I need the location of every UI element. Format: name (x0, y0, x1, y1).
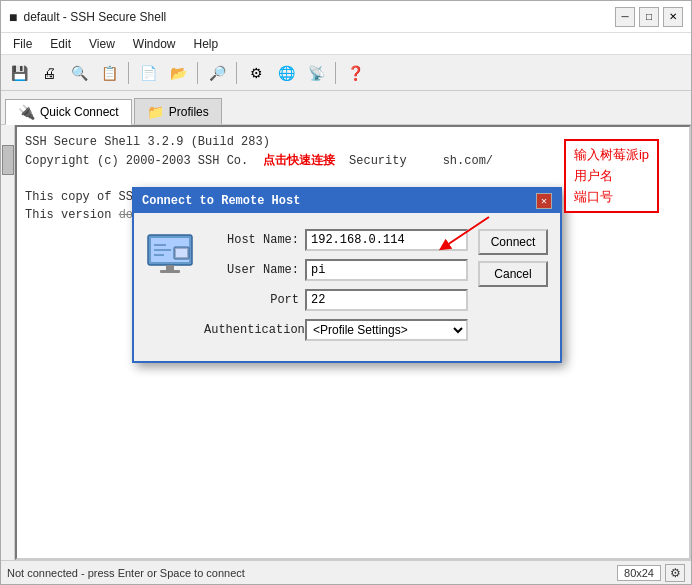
app-icon: ■ (9, 9, 17, 25)
toolbar-sep-2 (197, 62, 198, 84)
connect-dialog: Connect to Remote Host ✕ (132, 187, 562, 363)
tab-quick-connect[interactable]: 🔌 Quick Connect (5, 99, 132, 125)
toolbar-sep-3 (236, 62, 237, 84)
tabs-bar: 🔌 Quick Connect 📁 Profiles (1, 91, 691, 125)
title-bar: ■ default - SSH Secure Shell ─ □ ✕ (1, 1, 691, 33)
input-port[interactable] (305, 289, 468, 311)
toolbar-sep-4 (335, 62, 336, 84)
toolbar-save[interactable]: 💾 (5, 60, 33, 86)
dialog-buttons: Connect Cancel (478, 229, 548, 349)
minimize-button[interactable]: ─ (615, 7, 635, 27)
scroll-thumb[interactable] (2, 145, 14, 175)
status-bar: Not connected - press Enter or Space to … (1, 560, 691, 584)
menu-view[interactable]: View (81, 35, 123, 52)
content-wrapper: SSH Secure Shell 3.2.9 (Build 283) Copyr… (1, 125, 691, 560)
dialog-title: Connect to Remote Host (142, 194, 300, 208)
status-text: Not connected - press Enter or Space to … (7, 567, 617, 579)
annotation-text: 输入树莓派ip用户名端口号 (574, 145, 649, 207)
quick-connect-icon: 🔌 (18, 104, 35, 120)
menu-file[interactable]: File (5, 35, 40, 52)
toolbar: 💾 🖨 🔍 📋 📄 📂 🔎 ⚙ 🌐 📡 ❓ (1, 55, 691, 91)
window-title: default - SSH Secure Shell (23, 10, 166, 24)
computer-svg-icon (146, 233, 194, 277)
input-hostname[interactable] (305, 229, 468, 251)
menu-window[interactable]: Window (125, 35, 184, 52)
status-icon-settings: ⚙ (670, 566, 681, 580)
dialog-form: Host Name: User Name: Port Authenti (204, 229, 468, 349)
toolbar-open[interactable]: 📂 (164, 60, 192, 86)
status-size: 80x24 (617, 565, 661, 581)
form-row-hostname: Host Name: (204, 229, 468, 251)
cancel-button[interactable]: Cancel (478, 261, 548, 287)
label-hostname: Host Name: (204, 233, 299, 247)
select-auth[interactable]: <Profile Settings> (305, 319, 468, 341)
dialog-title-bar: Connect to Remote Host ✕ (134, 189, 560, 213)
dialog-icon (146, 229, 194, 349)
dialog-close-button[interactable]: ✕ (536, 193, 552, 209)
toolbar-print[interactable]: 🖨 (35, 60, 63, 86)
connect-button[interactable]: Connect (478, 229, 548, 255)
label-auth: Authentication (204, 323, 299, 337)
quick-connect-label: Quick Connect (40, 105, 119, 119)
title-bar-controls: ─ □ ✕ (615, 7, 683, 27)
status-icon-1: ⚙ (665, 564, 685, 582)
dialog-body: Host Name: User Name: Port Authenti (134, 213, 560, 361)
toolbar-network[interactable]: 🌐 (272, 60, 300, 86)
tab-profiles[interactable]: 📁 Profiles (134, 98, 222, 124)
form-row-username: User Name: (204, 259, 468, 281)
profiles-icon: 📁 (147, 104, 164, 120)
label-username: User Name: (204, 263, 299, 277)
menu-edit[interactable]: Edit (42, 35, 79, 52)
annotation-box: 输入树莓派ip用户名端口号 (564, 139, 659, 213)
close-button[interactable]: ✕ (663, 7, 683, 27)
toolbar-search[interactable]: 🔍 (65, 60, 93, 86)
toolbar-help[interactable]: ❓ (341, 60, 369, 86)
profiles-label: Profiles (169, 105, 209, 119)
toolbar-sep-1 (128, 62, 129, 84)
toolbar-settings[interactable]: ⚙ (242, 60, 270, 86)
toolbar-new[interactable]: 📄 (134, 60, 162, 86)
title-bar-left: ■ default - SSH Secure Shell (9, 9, 166, 25)
toolbar-binoculars[interactable]: 🔎 (203, 60, 231, 86)
label-port: Port (204, 293, 299, 307)
main-window: ■ default - SSH Secure Shell ─ □ ✕ File … (0, 0, 692, 585)
form-row-port: Port (204, 289, 468, 311)
maximize-button[interactable]: □ (639, 7, 659, 27)
toolbar-connect[interactable]: 📡 (302, 60, 330, 86)
status-right: 80x24 ⚙ (617, 564, 685, 582)
menu-help[interactable]: Help (186, 35, 227, 52)
svg-rect-3 (166, 265, 174, 270)
left-scrollbar[interactable] (1, 125, 15, 560)
form-row-auth: Authentication <Profile Settings> (204, 319, 468, 341)
content-area: SSH Secure Shell 3.2.9 (Build 283) Copyr… (15, 125, 691, 560)
toolbar-copy[interactable]: 📋 (95, 60, 123, 86)
svg-rect-4 (160, 270, 180, 273)
menu-bar: File Edit View Window Help (1, 33, 691, 55)
svg-rect-9 (176, 249, 187, 257)
input-username[interactable] (305, 259, 468, 281)
